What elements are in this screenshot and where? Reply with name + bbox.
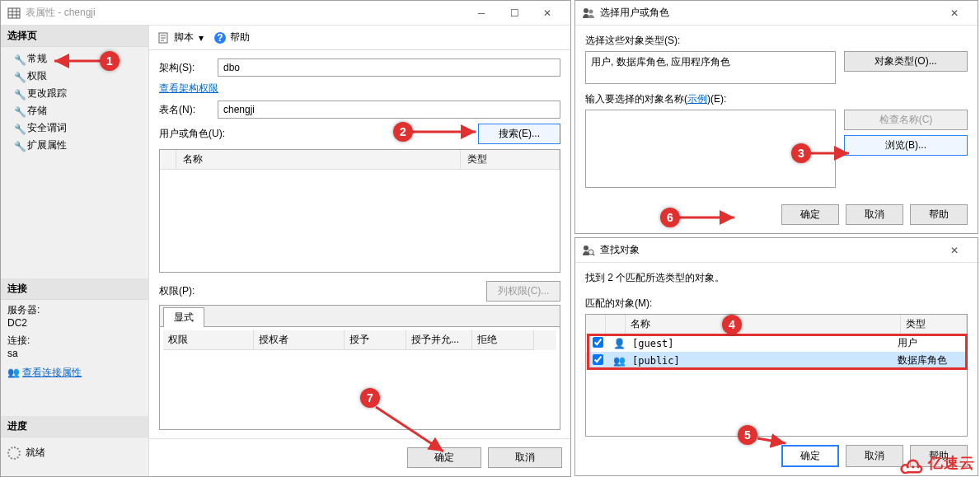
ok-button[interactable]: 确定 bbox=[781, 204, 839, 225]
example-link[interactable]: 示例 bbox=[687, 93, 707, 105]
titlebar[interactable]: 选择用户或角色 ✕ bbox=[575, 1, 978, 26]
svg-point-20 bbox=[912, 465, 914, 468]
svg-rect-0 bbox=[8, 8, 20, 18]
object-row-guest[interactable]: 👤 [guest] 用户 bbox=[586, 334, 967, 352]
user-role-icon bbox=[582, 7, 595, 20]
main-panel: 脚本 ▾ ? 帮助 架构(S): 查看架构权限 表名(N): 用户或角色( bbox=[149, 26, 570, 476]
table-properties-window: 表属性 - chengji ─ ☐ ✕ 选择页 🔧常规 🔧权限 🔧更改跟踪 🔧存… bbox=[0, 0, 571, 477]
sidebar: 选择页 🔧常规 🔧权限 🔧更改跟踪 🔧存储 🔧安全谓词 🔧扩展属性 连接 服务器… bbox=[1, 26, 149, 476]
help-button[interactable]: 帮助 bbox=[230, 30, 250, 44]
schema-label: 架构(S): bbox=[159, 61, 213, 75]
sidebar-item-general[interactable]: 🔧常规 bbox=[1, 50, 148, 68]
col-deny: 拒绝 bbox=[472, 330, 534, 350]
sidebar-item-security-predicate[interactable]: 🔧安全谓词 bbox=[1, 119, 148, 137]
progress-header: 进度 bbox=[1, 416, 148, 437]
select-users-window: 选择用户或角色 ✕ 选择这些对象类型(S): 用户, 数据库角色, 应用程序角色… bbox=[574, 0, 978, 234]
table-icon bbox=[7, 7, 21, 20]
permissions-label: 权限(P): bbox=[159, 284, 195, 298]
find-objects-window: 查找对象 ✕ 找到 2 个匹配所选类型的对象。 匹配的对象(M): 名称 类型 … bbox=[574, 237, 978, 476]
wrench-icon: 🔧 bbox=[14, 89, 24, 99]
svg-point-8 bbox=[584, 8, 588, 13]
table-input[interactable] bbox=[218, 101, 560, 119]
maximize-button[interactable]: ☐ bbox=[498, 2, 531, 25]
cancel-button[interactable]: 取消 bbox=[488, 447, 562, 468]
wrench-icon: 🔧 bbox=[14, 106, 24, 116]
matched-objects-list[interactable]: 名称 类型 👤 [guest] 用户 👥 [public] 数据库角色 bbox=[585, 314, 968, 437]
toolbar: 脚本 ▾ ? 帮助 bbox=[149, 26, 570, 50]
annotation-marker-3: 3 bbox=[791, 143, 811, 163]
spinner-icon bbox=[7, 447, 21, 460]
select-types-label: 选择这些对象类型(S): bbox=[585, 34, 968, 48]
script-icon bbox=[157, 31, 171, 44]
sidebar-item-extended-props[interactable]: 🔧扩展属性 bbox=[1, 137, 148, 154]
object-row-public[interactable]: 👥 [public] 数据库角色 bbox=[586, 352, 967, 369]
col-grant: 授予 bbox=[345, 330, 406, 350]
svg-line-12 bbox=[593, 254, 594, 255]
ok-button[interactable]: 确定 bbox=[407, 447, 481, 468]
close-button[interactable]: ✕ bbox=[938, 239, 971, 262]
view-schema-perms-link[interactable]: 查看架构权限 bbox=[159, 82, 218, 96]
script-button[interactable]: 脚本 bbox=[174, 30, 194, 44]
column-permissions-button[interactable]: 列权限(C)... bbox=[486, 281, 560, 302]
check-names-button[interactable]: 检查名称(C) bbox=[844, 110, 968, 130]
column-name: 名称 bbox=[626, 315, 901, 334]
help-button[interactable]: 帮助 bbox=[910, 204, 968, 225]
permissions-grid: 权限 授权者 授予 授予并允... 拒绝 bbox=[160, 326, 560, 429]
annotation-marker-7: 7 bbox=[360, 388, 380, 408]
titlebar[interactable]: 查找对象 ✕ bbox=[575, 238, 978, 263]
connection-icon: 👥 bbox=[7, 367, 22, 378]
users-label: 用户或角色(U): bbox=[159, 127, 225, 141]
role-icon: 👥 bbox=[611, 355, 627, 367]
found-text: 找到 2 个匹配所选类型的对象。 bbox=[585, 271, 968, 285]
wrench-icon: 🔧 bbox=[14, 72, 24, 82]
select-page-header: 选择页 bbox=[1, 26, 148, 47]
object-types-button[interactable]: 对象类型(O)... bbox=[844, 51, 968, 72]
view-connection-link[interactable]: 查看连接属性 bbox=[22, 367, 82, 378]
users-listbox[interactable]: 名称 类型 bbox=[159, 149, 560, 273]
wrench-icon: 🔧 bbox=[14, 141, 24, 151]
enter-names-label: 输入要选择的对象名称 bbox=[585, 93, 684, 105]
col-grantor: 授权者 bbox=[254, 330, 345, 350]
dropdown-icon[interactable]: ▾ bbox=[199, 32, 204, 44]
titlebar[interactable]: 表属性 - chengji ─ ☐ ✕ bbox=[1, 1, 570, 26]
conn-value: sa bbox=[7, 348, 142, 359]
conn-label: 连接: bbox=[7, 334, 142, 348]
window-title: 表属性 - chengji bbox=[26, 6, 465, 20]
column-name: 名称 bbox=[176, 150, 461, 169]
svg-point-10 bbox=[584, 246, 588, 250]
object-types-display: 用户, 数据库角色, 应用程序角色 bbox=[585, 51, 836, 84]
matched-objects-label: 匹配的对象(M): bbox=[585, 297, 968, 311]
close-button[interactable]: ✕ bbox=[531, 2, 564, 25]
annotation-marker-4: 4 bbox=[722, 315, 742, 334]
server-label: 服务器: bbox=[7, 303, 142, 317]
close-button[interactable]: ✕ bbox=[938, 2, 971, 25]
minimize-button[interactable]: ─ bbox=[465, 2, 498, 25]
annotation-marker-5: 5 bbox=[738, 425, 757, 445]
schema-input[interactable] bbox=[218, 58, 560, 77]
table-label: 表名(N): bbox=[159, 103, 213, 117]
wrench-icon: 🔧 bbox=[14, 124, 24, 133]
checkbox-public[interactable] bbox=[593, 354, 603, 365]
connection-header: 连接 bbox=[1, 278, 148, 300]
browse-button[interactable]: 浏览(B)... bbox=[844, 135, 968, 156]
sidebar-item-permissions[interactable]: 🔧权限 bbox=[1, 68, 148, 85]
sidebar-item-storage[interactable]: 🔧存储 bbox=[1, 102, 148, 119]
server-value: DC2 bbox=[7, 317, 142, 329]
search-button[interactable]: 搜索(E)... bbox=[478, 124, 560, 144]
annotation-marker-6: 6 bbox=[660, 208, 680, 227]
column-type: 类型 bbox=[901, 315, 967, 334]
svg-point-19 bbox=[907, 465, 909, 468]
svg-point-9 bbox=[589, 9, 593, 13]
cancel-button[interactable]: 取消 bbox=[846, 445, 903, 467]
annotation-marker-2: 2 bbox=[393, 122, 413, 142]
user-icon: 👤 bbox=[611, 338, 627, 349]
permissions-tabs: 显式 权限 授权者 授予 授予并允... 拒绝 bbox=[159, 305, 560, 430]
cancel-button[interactable]: 取消 bbox=[846, 204, 903, 225]
checkbox-guest[interactable] bbox=[593, 337, 603, 348]
sidebar-item-change-tracking[interactable]: 🔧更改跟踪 bbox=[1, 85, 148, 102]
annotation-marker-1: 1 bbox=[100, 51, 120, 71]
svg-point-21 bbox=[917, 465, 919, 468]
ok-button[interactable]: 确定 bbox=[781, 445, 839, 467]
col-permission: 权限 bbox=[163, 330, 254, 350]
tab-explicit[interactable]: 显式 bbox=[163, 307, 204, 327]
